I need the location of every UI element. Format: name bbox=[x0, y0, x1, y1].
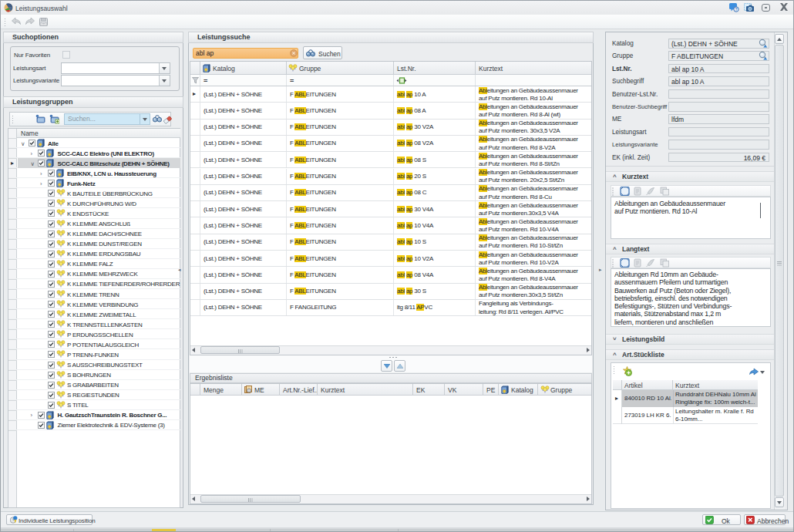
svg-text:?: ? bbox=[735, 7, 737, 12]
